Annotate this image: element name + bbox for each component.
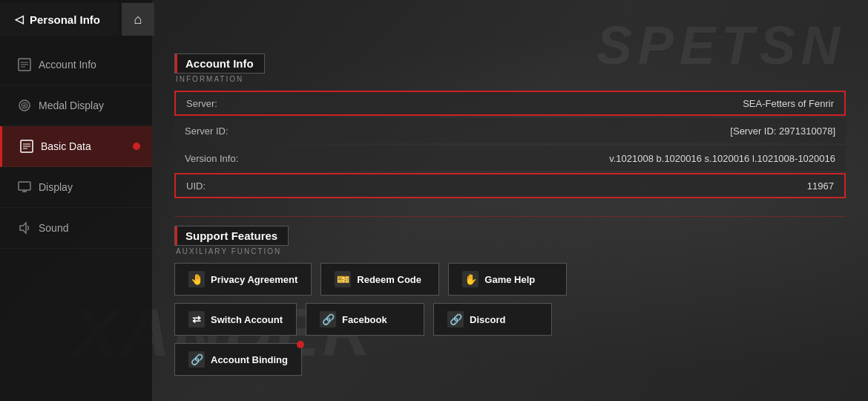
account-binding-icon: 🔗 — [188, 351, 205, 368]
info-row-version-info: Version Info: v.1021008 b.1020016 s.1020… — [174, 146, 846, 171]
discord-label: Discord — [470, 314, 505, 325]
version-info-label: Version Info: — [185, 153, 274, 164]
account-info-icon — [18, 58, 31, 71]
sidebar-item-medal-display[interactable]: Medal Display — [0, 85, 152, 126]
back-label: Personal Info — [30, 13, 100, 26]
server-id-value: [Server ID: 2971310078] — [730, 125, 835, 137]
redeem-code-icon: 🎫 — [335, 271, 351, 287]
account-binding-label: Account Binding — [211, 354, 288, 365]
section-divider — [174, 216, 846, 217]
medal-display-icon — [18, 99, 31, 112]
display-icon — [18, 180, 31, 194]
basic-data-badge — [133, 143, 140, 150]
facebook-button[interactable]: 🔗 Facebook — [306, 303, 424, 336]
version-info-value: v.1021008 b.1020016 s.1020016 l.1021008-… — [609, 153, 835, 164]
buttons-row-2: ⇄ Switch Account 🔗 Facebook 🔗 Discord — [174, 303, 846, 336]
game-help-label: Game Help — [484, 274, 535, 285]
sidebar-item-display[interactable]: Display — [0, 167, 152, 208]
basic-data-icon — [20, 140, 33, 153]
sidebar-item-account-info[interactable]: Account Info — [0, 45, 152, 85]
svg-marker-14 — [20, 223, 26, 233]
back-icon: ◁ — [15, 13, 24, 26]
features-buttons-grid: 🤚 Privacy Agreement 🎫 Redeem Code ✋ Game… — [174, 263, 846, 376]
support-features-section-header: Support Features AUXILIARY FUNCTION — [174, 226, 846, 255]
account-info-title-box: Account Info — [174, 53, 265, 74]
sidebar: Account Info Medal Display Basic Data — [0, 0, 152, 401]
sidebar-label-account-info: Account Info — [39, 59, 96, 71]
switch-account-label: Switch Account — [211, 314, 283, 325]
home-icon: ⌂ — [134, 12, 142, 27]
privacy-agreement-icon: 🤚 — [188, 271, 205, 287]
sidebar-label-sound: Sound — [39, 222, 68, 234]
home-button[interactable]: ⌂ — [122, 3, 154, 36]
server-id-label: Server ID: — [185, 125, 274, 137]
account-info-subtitle: INFORMATION — [176, 75, 846, 83]
sidebar-item-sound[interactable]: Sound — [0, 208, 152, 249]
svg-rect-11 — [19, 182, 30, 190]
redeem-code-label: Redeem Code — [357, 274, 421, 285]
discord-icon: 🔗 — [447, 311, 464, 327]
account-info-section-header: Account Info INFORMATION — [174, 53, 846, 83]
buttons-row-3: 🔗 Account Binding — [174, 343, 846, 376]
privacy-agreement-label: Privacy Agreement — [211, 274, 297, 285]
privacy-agreement-button[interactable]: 🤚 Privacy Agreement — [174, 263, 312, 296]
account-info-title: Account Info — [185, 57, 254, 70]
facebook-icon: 🔗 — [320, 311, 336, 327]
server-value: SEA-Fetters of Fenrir — [743, 98, 834, 109]
info-row-uid: UID: 11967 — [174, 173, 846, 198]
uid-label: UID: — [186, 180, 275, 192]
sound-icon — [18, 221, 31, 235]
uid-value: 11967 — [807, 180, 834, 192]
switch-account-button[interactable]: ⇄ Switch Account — [174, 303, 297, 336]
server-label: Server: — [186, 98, 275, 109]
info-row-server: Server: SEA-Fetters of Fenrir — [174, 91, 846, 116]
account-info-table: Server: SEA-Fetters of Fenrir Server ID:… — [174, 91, 846, 198]
back-button[interactable]: ◁ Personal Info — [0, 3, 119, 36]
sidebar-label-basic-data: Basic Data — [41, 140, 91, 152]
account-binding-badge — [297, 341, 304, 348]
discord-button[interactable]: 🔗 Discord — [433, 303, 552, 336]
sidebar-label-display: Display — [39, 181, 73, 193]
sidebar-label-medal-display: Medal Display — [39, 100, 104, 111]
sidebar-item-basic-data[interactable]: Basic Data — [0, 126, 152, 167]
game-help-button[interactable]: ✋ Game Help — [448, 263, 567, 296]
account-binding-button[interactable]: 🔗 Account Binding — [174, 343, 302, 376]
info-row-server-id: Server ID: [Server ID: 2971310078] — [174, 118, 846, 143]
game-help-icon: ✋ — [462, 271, 479, 287]
switch-account-icon: ⇄ — [188, 311, 205, 327]
facebook-label: Facebook — [342, 314, 387, 325]
support-features-title: Support Features — [185, 229, 277, 242]
top-nav: ◁ Personal Info ⌂ — [0, 0, 868, 39]
support-features-subtitle: AUXILIARY FUNCTION — [176, 247, 846, 255]
main-content: Account Info INFORMATION Server: SEA-Fet… — [152, 39, 868, 401]
buttons-row-1: 🤚 Privacy Agreement 🎫 Redeem Code ✋ Game… — [174, 263, 846, 296]
support-features-title-box: Support Features — [174, 226, 289, 246]
redeem-code-button[interactable]: 🎫 Redeem Code — [320, 263, 439, 296]
